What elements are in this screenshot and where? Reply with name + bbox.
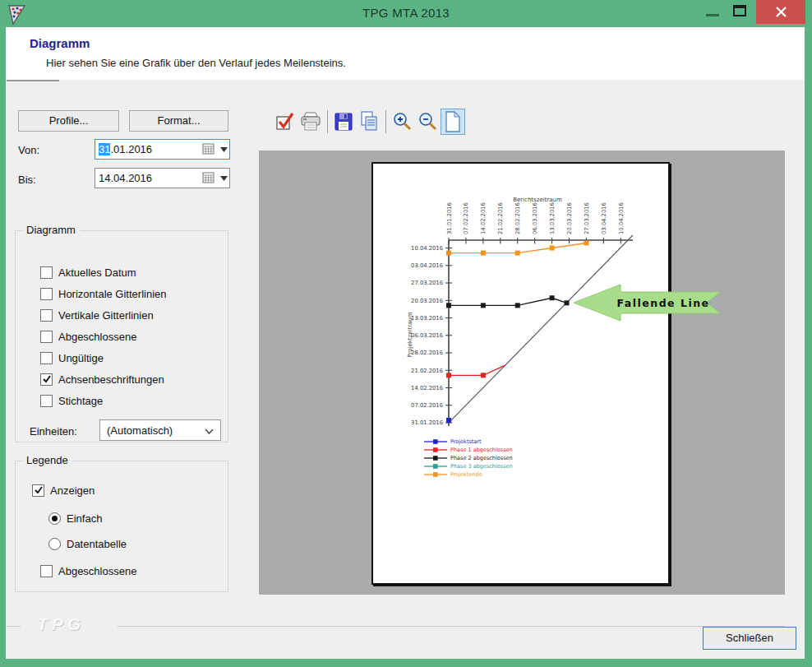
checkbox-ungueltige[interactable]	[40, 352, 53, 364]
window-title: TPG MTA 2013	[0, 6, 812, 20]
validate-report-button[interactable]	[273, 109, 298, 135]
zoom-out-button[interactable]	[415, 109, 440, 135]
radio-label: Datentabelle	[67, 538, 127, 550]
mta-chart: 31.01.201607.02.201614.02.201621.02.2016…	[373, 164, 671, 586]
schliessen-button[interactable]: Schließen	[703, 627, 796, 650]
svg-text:07.02.2016: 07.02.2016	[463, 202, 469, 234]
einheiten-dropdown[interactable]: (Automatisch)	[99, 419, 221, 441]
checkbox-row-aktuelles-datum[interactable]: Aktuelles Datum	[40, 265, 136, 280]
checkbox-row-achsenbeschriftungen[interactable]: Achsenbeschriftungen	[40, 372, 164, 387]
checkbox-row-abgeschlossene[interactable]: Abgeschlossene	[40, 329, 136, 344]
svg-text:Projektzeitraum: Projektzeitraum	[407, 312, 413, 357]
svg-text:03.04.2016: 03.04.2016	[601, 202, 607, 234]
page-title: Diagramm	[30, 36, 90, 50]
zoom-out-icon	[417, 110, 438, 133]
chart-page: 31.01.201607.02.201614.02.201621.02.2016…	[371, 162, 670, 585]
checkbox-aktuelles-datum[interactable]	[40, 266, 53, 279]
bis-value-text: 14.04.2016	[99, 172, 152, 184]
checkbox-label: Horizontale Gitterlinien	[58, 288, 167, 300]
maximize-icon	[733, 5, 746, 16]
minimize-icon	[706, 14, 719, 16]
minimize-button[interactable]	[704, 12, 722, 18]
chevron-down-icon	[205, 424, 214, 437]
preview-toolbar	[273, 107, 466, 137]
checkbox-achsenbeschriftungen[interactable]	[40, 373, 53, 386]
von-dropdown-arrow[interactable]	[218, 140, 229, 159]
checkbox-row-ungueltige[interactable]: Ungültige	[40, 350, 104, 365]
svg-text:06.03.2016: 06.03.2016	[532, 202, 538, 234]
svg-text:28.02.2016: 28.02.2016	[514, 202, 521, 234]
svg-text:31.01.2016: 31.01.2016	[446, 202, 453, 234]
toolbar-separator	[327, 110, 328, 133]
fit-page-icon	[443, 110, 463, 133]
app-window: TPG MTA 2013 Diagramm Hier sehen Sie ein…	[0, 0, 812, 667]
von-selected-text: 31	[99, 143, 110, 155]
checkbox-row-anzeigen[interactable]: Anzeigen	[32, 483, 95, 498]
radio-label: Einfach	[67, 512, 102, 525]
checkbox-vertikale-gitterlinien[interactable]	[40, 309, 53, 322]
checkbox-label: Ungültige	[58, 352, 104, 364]
checkbox-abgeschlossene[interactable]	[40, 331, 53, 343]
calendar-icon[interactable]	[202, 143, 215, 155]
page-header: Diagramm Hier sehen Sie eine Grafik über…	[6, 27, 805, 80]
legende-group-label: Legende	[22, 454, 72, 466]
radio-datentabelle[interactable]	[48, 538, 61, 550]
checkbox-row-legende-abgeschlossene[interactable]: Abgeschlossene	[40, 563, 136, 578]
svg-text:Phase 3 abgeschlossen: Phase 3 abgeschlossen	[450, 463, 513, 470]
save-icon	[333, 110, 354, 133]
svg-text:27.03.2016: 27.03.2016	[584, 202, 590, 234]
copy-button[interactable]	[357, 109, 381, 135]
bis-label: Bis:	[18, 174, 36, 186]
calendar-icon[interactable]	[202, 172, 215, 184]
checkbox-legende-abgeschlossene[interactable]	[40, 565, 53, 577]
checkbox-row-horizontale-gitterlinien[interactable]: Horizontale Gitterlinien	[40, 286, 167, 301]
title-bar: TPG MTA 2013	[0, 0, 812, 27]
radio-row-einfach[interactable]: Einfach	[48, 511, 102, 526]
svg-text:28.02.2016: 28.02.2016	[411, 350, 443, 356]
close-window-button[interactable]	[756, 0, 805, 24]
print-button[interactable]	[298, 109, 323, 135]
checkbox-stichtage[interactable]	[40, 395, 53, 407]
svg-text:10.04.2016: 10.04.2016	[411, 245, 443, 252]
radio-row-datentabelle[interactable]: Datentabelle	[48, 536, 127, 551]
einheiten-label: Einheiten:	[30, 425, 77, 438]
svg-text:10.04.2016: 10.04.2016	[618, 202, 625, 234]
copy-icon	[358, 110, 381, 133]
svg-text:Projektende: Projektende	[450, 471, 482, 478]
dialog-body: Diagramm Hier sehen Sie eine Grafik über…	[6, 27, 805, 659]
checkbox-label: Stichtage	[58, 395, 103, 407]
checkbox-row-stichtage[interactable]: Stichtage	[40, 393, 103, 408]
svg-text:14.02.2016: 14.02.2016	[411, 385, 443, 391]
svg-text:Projektstart: Projektstart	[450, 438, 482, 445]
checkbox-label: Achsenbeschriftungen	[58, 373, 164, 386]
svg-text:06.03.2016: 06.03.2016	[411, 332, 443, 339]
maximize-button[interactable]	[733, 5, 750, 19]
fit-page-button[interactable]	[441, 109, 465, 135]
page-subtitle: Hier sehen Sie eine Grafik über den Verl…	[46, 57, 346, 69]
checkbox-row-vertikale-gitterlinien[interactable]: Vertikale Gitterlinien	[40, 308, 154, 322]
radio-einfach[interactable]	[48, 512, 61, 525]
zoom-in-button[interactable]	[390, 109, 414, 135]
svg-text:07.02.2016: 07.02.2016	[411, 402, 443, 409]
diagramm-group: Diagramm Aktuelles Datum Horizontale Git…	[15, 230, 228, 442]
von-date-field[interactable]: 31.01.2016	[95, 139, 230, 160]
svg-text:31.01.2016: 31.01.2016	[411, 419, 443, 426]
svg-text:Phase 2 abgeschlossen: Phase 2 abgeschlossen	[450, 455, 513, 461]
checkbox-horizontale-gitterlinien[interactable]	[40, 288, 53, 300]
checkbox-label: Anzeigen	[50, 484, 95, 497]
bis-date-field[interactable]: 14.04.2016	[95, 168, 230, 188]
von-rest-text: .01.2016	[110, 143, 152, 155]
svg-text:13.03.2016: 13.03.2016	[411, 315, 443, 322]
bis-dropdown-arrow[interactable]	[218, 169, 229, 188]
tpg-logo: TPG	[37, 614, 85, 634]
checkbox-label: Aktuelles Datum	[58, 266, 136, 279]
legende-group: Legende Anzeigen Einfach Datentabelle Ab…	[15, 461, 228, 592]
diagramm-group-label: Diagramm	[22, 224, 80, 236]
save-button[interactable]	[331, 109, 356, 135]
checkbox-anzeigen[interactable]	[32, 484, 44, 497]
zoom-in-icon	[391, 110, 413, 133]
format-button[interactable]: Format...	[129, 110, 228, 132]
header-divider	[7, 80, 59, 81]
svg-text:03.04.2016: 03.04.2016	[411, 262, 443, 269]
profile-button[interactable]: Profile...	[18, 110, 119, 132]
